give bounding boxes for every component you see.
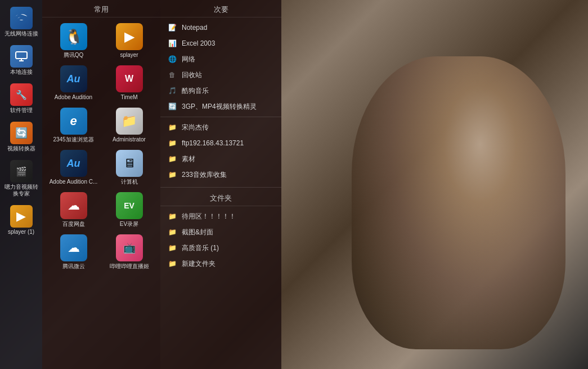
- hqmusic-folder-icon: 📁: [167, 243, 177, 253]
- converter-label: 3GP、MP4视频转换精灵: [182, 102, 257, 112]
- item-material-folder[interactable]: 📁 素材: [160, 151, 281, 167]
- item-kugou[interactable]: 🎵 酷狗音乐: [160, 83, 281, 99]
- excel-icon: 📊: [167, 38, 177, 48]
- audition-label: Adobe Audition: [55, 94, 92, 101]
- item-ftp-folder[interactable]: 📁 ftp192.168.43.13721: [160, 135, 281, 151]
- screenshot-folder-icon: 📁: [167, 227, 177, 237]
- excel-label: Excel 2003: [182, 39, 215, 47]
- sidebar-label-splayer: splayer (1): [8, 229, 34, 235]
- new-folder-icon: 📁: [167, 259, 177, 269]
- common-apps-grid: 🐧 腾讯QQ ▶ splayer Au Adobe Audition W Tim…: [42, 17, 160, 275]
- 2345-icon: e: [60, 108, 87, 135]
- folder-title: 文件夹: [160, 190, 281, 206]
- 2345-label: 2345加速浏览器: [53, 136, 93, 143]
- effects-folder-icon: 📁: [167, 170, 177, 180]
- software-icon: 🔧: [10, 83, 33, 106]
- txcloud-icon: ☁: [60, 234, 87, 261]
- app-txcloud[interactable]: ☁ 腾讯微云: [47, 232, 100, 272]
- sidebar-item-video-convert[interactable]: 🔄 视频转换器: [2, 119, 41, 154]
- sidebar-label-wifi: 无线网络连接: [5, 30, 38, 37]
- new-folder-label: 新建文件夹: [182, 259, 216, 269]
- txcloud-label: 腾讯微云: [62, 263, 85, 270]
- item-hqmusic-folder[interactable]: 📁 高质音乐 (1): [160, 240, 281, 256]
- pending-folder-label: 待用区！！！！！: [182, 212, 236, 221]
- app-ev[interactable]: EV EV录屏: [102, 190, 156, 230]
- sidebar-label-video-convert: 视频转换器: [7, 145, 35, 152]
- app-timem[interactable]: W TimeM: [102, 63, 156, 103]
- material-folder-label: 素材: [182, 154, 195, 164]
- sidebar-item-splayer[interactable]: ▶ splayer (1): [2, 203, 41, 238]
- sidebar: 无线网络连接 本地连接 🔧 软件管理 🔄 视频转换器 🎬 嗯力音视频转换专家 ▶…: [0, 0, 42, 369]
- npower-icon: 🎬: [10, 160, 33, 183]
- recycle-icon: 🗑: [167, 70, 177, 80]
- ev-label: EV录屏: [120, 221, 138, 228]
- network-icon: 🌐: [167, 54, 177, 64]
- screenshot-folder-label: 截图&封面: [182, 228, 213, 237]
- app-audition[interactable]: Au Adobe Audition: [47, 63, 100, 103]
- item-network[interactable]: 🌐 网络: [160, 51, 281, 67]
- sidebar-item-npower[interactable]: 🎬 嗯力音视频转换专家: [2, 158, 41, 199]
- secondary-title: 次要: [160, 0, 281, 17]
- timem-icon: W: [116, 65, 143, 92]
- sidebar-item-wifi[interactable]: 无线网络连接: [2, 5, 41, 39]
- app-admin[interactable]: 📁 Administrator: [102, 105, 156, 145]
- app-splayer[interactable]: ▶ splayer: [102, 21, 156, 61]
- qq-label: 腾讯QQ: [64, 52, 84, 59]
- app-bibi[interactable]: 📺 哔哩哔哩直播姬: [102, 232, 156, 272]
- bibi-label: 哔哩哔哩直播姬: [110, 263, 149, 270]
- kugou-label: 酷狗音乐: [182, 86, 209, 96]
- app-audition-c[interactable]: Au Adobe Audition C...: [47, 148, 100, 188]
- item-converter[interactable]: 🔄 3GP、MP4视频转换精灵: [160, 99, 281, 114]
- kugou-icon: 🎵: [167, 86, 177, 96]
- computer-label: 计算机: [121, 179, 138, 185]
- common-menu: 常用 🐧 腾讯QQ ▶ splayer Au Adobe Audition W …: [42, 0, 160, 369]
- audition-c-label: Adobe Audition C...: [50, 179, 98, 185]
- ev-icon: EV: [116, 192, 143, 219]
- ftp-folder-label: ftp192.168.43.13721: [182, 139, 244, 147]
- item-excel[interactable]: 📊 Excel 2003: [160, 35, 281, 51]
- ftp-folder-icon: 📁: [167, 138, 177, 148]
- item-pending-folder[interactable]: 📁 待用区！！！！！: [160, 208, 281, 224]
- common-title: 常用: [42, 0, 160, 17]
- jay-folder-icon: 📁: [167, 122, 177, 132]
- notepad-label: Notepad: [182, 24, 207, 32]
- sidebar-item-software[interactable]: 🔧 软件管理: [2, 81, 41, 116]
- jay-folder-label: 宋尚杰传: [182, 123, 209, 132]
- menu-separator-2: [160, 187, 281, 188]
- computer-icon: 🖥: [116, 150, 143, 177]
- material-folder-icon: 📁: [167, 154, 177, 164]
- app-baidu[interactable]: ☁ 百度网盘: [47, 190, 100, 230]
- app-qq[interactable]: 🐧 腾讯QQ: [47, 21, 100, 61]
- item-screenshot-folder[interactable]: 📁 截图&封面: [160, 224, 281, 240]
- app-computer[interactable]: 🖥 计算机: [102, 148, 156, 188]
- timem-label: TimeM: [120, 94, 137, 101]
- qq-icon: 🐧: [60, 23, 87, 50]
- video-convert-icon: 🔄: [10, 122, 33, 144]
- wifi-icon: [10, 7, 33, 29]
- app-2345[interactable]: e 2345加速浏览器: [47, 105, 100, 145]
- baidu-icon: ☁: [60, 192, 87, 219]
- secondary-list: 📝 Notepad 📊 Excel 2003 🌐 网络 🗑 回收站 🎵 酷狗音乐…: [160, 17, 281, 185]
- item-new-folder[interactable]: 📁 新建文件夹: [160, 256, 281, 272]
- hqmusic-folder-label: 高质音乐 (1): [182, 243, 219, 253]
- local-icon: [10, 45, 33, 68]
- singer-background: [250, 0, 588, 369]
- item-jay-folder[interactable]: 📁 宋尚杰传: [160, 119, 281, 135]
- item-effects-folder[interactable]: 📁 233音效库收集: [160, 167, 281, 183]
- sidebar-label-software: 软件管理: [10, 107, 33, 114]
- sidebar-item-local[interactable]: 本地连接: [2, 43, 41, 78]
- singer-silhouette: [352, 56, 565, 349]
- converter-icon: 🔄: [167, 101, 177, 112]
- baidu-label: 百度网盘: [62, 221, 85, 228]
- bibi-icon: 📺: [116, 234, 143, 261]
- item-recycle[interactable]: 🗑 回收站: [160, 67, 281, 83]
- effects-folder-label: 233音效库收集: [182, 170, 227, 180]
- audition-icon: Au: [60, 65, 87, 92]
- splayer2-label: splayer: [120, 52, 138, 59]
- menu-separator-1: [160, 117, 281, 117]
- svg-rect-0: [16, 52, 27, 59]
- splayer2-icon: ▶: [116, 23, 143, 50]
- item-notepad[interactable]: 📝 Notepad: [160, 20, 281, 35]
- admin-icon: 📁: [116, 108, 143, 135]
- notepad-icon: 📝: [167, 23, 177, 33]
